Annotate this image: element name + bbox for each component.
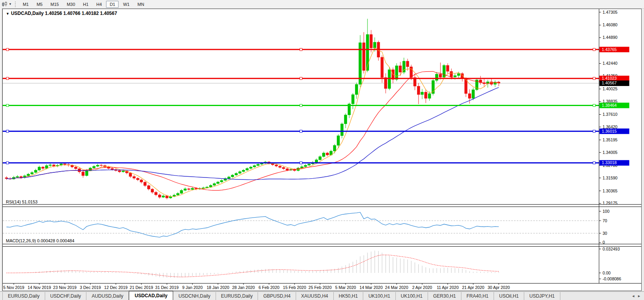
candle-body xyxy=(402,61,405,72)
hline-handle[interactable] xyxy=(300,77,302,80)
chart-tab-gbpusd-h4[interactable]: GBPUSD,H4 xyxy=(258,292,296,300)
candle-body xyxy=(275,165,278,166)
hline-handle[interactable] xyxy=(593,162,595,164)
timeframe-button-m30[interactable]: M30 xyxy=(63,1,79,8)
hline-handle[interactable] xyxy=(6,77,9,80)
timeframe-button-h1[interactable]: H1 xyxy=(79,1,92,8)
date-label: 9 Jan 2020 xyxy=(182,285,203,290)
date-label: 23 Nov 2019 xyxy=(53,285,77,290)
candle-body xyxy=(118,170,121,172)
hline-handle[interactable] xyxy=(6,162,9,164)
candle-body xyxy=(187,189,190,190)
candle-body xyxy=(42,167,44,168)
chart-window[interactable]: ▼USDCAD,Daily 1.40256 1.40766 1.40182 1.… xyxy=(2,9,642,291)
chart-tab-usdjpy-h1[interactable]: USDJPY,H1 xyxy=(524,292,560,300)
candle-body xyxy=(93,166,95,168)
candlestick-chart-tool-icon[interactable] xyxy=(1,1,9,7)
price-tick-label: 1.34005 xyxy=(603,150,618,155)
date-label: 15 Feb 2020 xyxy=(283,285,306,290)
candle-body xyxy=(231,175,234,177)
timeframe-button-h4[interactable]: H4 xyxy=(93,1,105,8)
chart-tab-eurusd-daily[interactable]: EURUSD,Daily xyxy=(216,292,258,300)
current-price-label: 1.40567 xyxy=(602,80,617,85)
candle-body xyxy=(373,42,376,48)
hline-handle[interactable] xyxy=(6,104,9,106)
candle-body xyxy=(209,185,212,187)
hline-handle[interactable] xyxy=(300,162,302,164)
chart-tab-uk100-h1[interactable]: UK100,H1 xyxy=(396,292,428,300)
chart-tab-eurusd-daily[interactable]: EURUSD,Daily xyxy=(2,292,45,300)
date-label: 21 Apr 2020 xyxy=(462,285,485,290)
candle-body xyxy=(140,180,143,182)
candle-body xyxy=(304,165,307,166)
hline-handle[interactable] xyxy=(593,48,595,51)
date-label: 31 Dec 2019 xyxy=(155,285,179,290)
timeframe-button-m5[interactable]: M5 xyxy=(33,1,46,8)
chart-tab-xauusd-h4[interactable]: XAUUSD,H4 xyxy=(296,292,334,300)
hline-handle[interactable] xyxy=(6,48,9,51)
timeframe-button-m15[interactable]: M15 xyxy=(47,1,62,8)
candle-body xyxy=(340,124,343,135)
candle-body xyxy=(122,171,124,172)
candle-body xyxy=(384,77,387,88)
rsi-tick-label: 70 xyxy=(603,218,607,223)
hline-handle[interactable] xyxy=(593,104,595,106)
candle-body xyxy=(322,153,325,156)
candle-body xyxy=(388,70,391,88)
candle-body xyxy=(381,57,383,78)
candle-body xyxy=(443,66,445,77)
price-tick-label: 1.42440 xyxy=(603,61,618,66)
chart-tab-audusd-daily[interactable]: AUDUSD,Daily xyxy=(86,292,129,300)
date-label: 14 Nov 2019 xyxy=(27,285,51,290)
date-label: 3 Dec 2019 xyxy=(80,285,101,290)
chart-tab-hk50-h1[interactable]: HK50,H1 xyxy=(334,292,364,300)
date-label: 30 Apr 2020 xyxy=(488,285,510,290)
hline-handle[interactable] xyxy=(593,77,595,80)
candle-body xyxy=(180,190,183,194)
price-tick-label: 1.31590 xyxy=(603,176,618,180)
chart-tab-usdchf-daily[interactable]: USDCHF,Daily xyxy=(45,292,87,300)
hline-handle[interactable] xyxy=(300,130,302,132)
timeframe-button-w1[interactable]: W1 xyxy=(119,1,133,8)
hline-handle[interactable] xyxy=(300,48,302,51)
candle-body xyxy=(308,164,311,165)
hline-handle[interactable] xyxy=(6,130,9,132)
scroll-tabs-right-icon[interactable]: ► xyxy=(637,294,641,298)
candle-body xyxy=(176,193,179,195)
rsi-tick-label: 100 xyxy=(603,209,610,214)
candle-body xyxy=(257,164,260,165)
hline-handle[interactable] xyxy=(593,130,595,132)
candle-body xyxy=(64,164,66,165)
hline-handle[interactable] xyxy=(300,104,302,106)
candle-body xyxy=(34,170,37,172)
symbol-dropdown-icon[interactable]: ▼ xyxy=(6,12,9,16)
chart-tab-usoil-h1[interactable]: USOil,H1 xyxy=(494,292,524,300)
candle-body xyxy=(406,61,409,67)
fast-ma-line xyxy=(7,48,499,196)
candle-body xyxy=(428,93,431,98)
candle-body xyxy=(286,169,289,170)
chart-tab-fra40-h1[interactable]: FRA40,H1 xyxy=(461,292,494,300)
chevron-down-icon[interactable]: ▼ xyxy=(9,2,12,6)
chart-tab-uk100-h1[interactable]: UK100,H1 xyxy=(363,292,395,300)
candle-body xyxy=(31,172,33,174)
scroll-tabs-left-icon[interactable]: ◄ xyxy=(631,294,635,298)
timeframe-button-mn[interactable]: MN xyxy=(134,1,148,8)
candle-body xyxy=(85,170,88,176)
price-line-label: 1.36015 xyxy=(602,129,617,134)
date-label: 2 Apr 2020 xyxy=(412,285,432,290)
chart-canvas[interactable]: 1.473051.460801.448901.436651.424401.412… xyxy=(3,9,641,291)
timeframe-button-m1[interactable]: M1 xyxy=(19,1,32,8)
candle-body xyxy=(129,173,132,176)
price-tick-label: 1.44890 xyxy=(603,35,618,40)
macd-tick-label: 0.032493 xyxy=(603,247,620,251)
date-label: 21 Dec 2019 xyxy=(130,285,153,290)
chart-tab-ger30-h1[interactable]: GER30,H1 xyxy=(428,292,461,300)
chart-tab-usdcad-daily[interactable]: USDCAD,Daily xyxy=(129,291,173,300)
candle-body xyxy=(227,177,230,178)
chart-tab-usdcnh-daily[interactable]: USDCNH,Daily xyxy=(173,292,216,300)
candle-body xyxy=(100,165,102,165)
timeframe-button-d1[interactable]: D1 xyxy=(106,1,119,8)
date-label: 6 Feb 2020 xyxy=(259,285,280,290)
toolbar-grip[interactable] xyxy=(15,2,16,7)
